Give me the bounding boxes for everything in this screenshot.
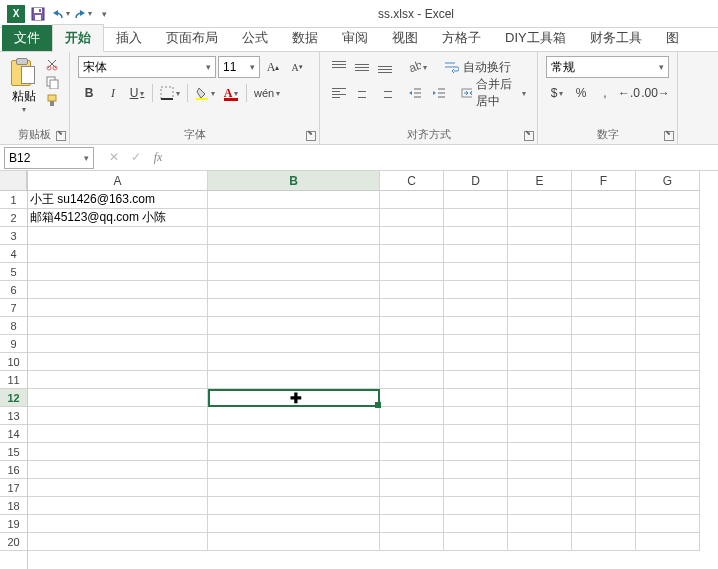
cell-A4[interactable]	[28, 245, 208, 263]
cell-A13[interactable]	[28, 407, 208, 425]
cell-G20[interactable]	[636, 533, 700, 551]
tab-review[interactable]: 审阅	[330, 25, 380, 51]
cell-C6[interactable]	[380, 281, 444, 299]
increase-font-icon[interactable]: A▴	[262, 56, 284, 78]
cell-A20[interactable]	[28, 533, 208, 551]
cell-A12[interactable]	[28, 389, 208, 407]
cell-D9[interactable]	[444, 335, 508, 353]
row-header-10[interactable]: 10	[0, 353, 27, 371]
cell-C2[interactable]	[380, 209, 444, 227]
cell-E9[interactable]	[508, 335, 572, 353]
underline-button[interactable]: U	[126, 82, 148, 104]
decrease-indent-icon[interactable]	[404, 82, 426, 104]
cell-F3[interactable]	[572, 227, 636, 245]
row-header-3[interactable]: 3	[0, 227, 27, 245]
row-header-18[interactable]: 18	[0, 497, 27, 515]
cell-A15[interactable]	[28, 443, 208, 461]
col-header-E[interactable]: E	[508, 171, 572, 191]
cell-F9[interactable]	[572, 335, 636, 353]
undo-icon[interactable]: ▾	[50, 4, 70, 24]
select-all-corner[interactable]	[0, 171, 27, 191]
col-header-F[interactable]: F	[572, 171, 636, 191]
cell-A5[interactable]	[28, 263, 208, 281]
tab-data[interactable]: 数据	[280, 25, 330, 51]
cell-B10[interactable]	[208, 353, 380, 371]
cell-E10[interactable]	[508, 353, 572, 371]
tab-image[interactable]: 图	[654, 25, 691, 51]
cell-C3[interactable]	[380, 227, 444, 245]
cell-D6[interactable]	[444, 281, 508, 299]
cell-C9[interactable]	[380, 335, 444, 353]
cell-E2[interactable]	[508, 209, 572, 227]
cell-G18[interactable]	[636, 497, 700, 515]
cell-E16[interactable]	[508, 461, 572, 479]
cell-D10[interactable]	[444, 353, 508, 371]
cell-E11[interactable]	[508, 371, 572, 389]
cell-A7[interactable]	[28, 299, 208, 317]
row-header-6[interactable]: 6	[0, 281, 27, 299]
cell-C8[interactable]	[380, 317, 444, 335]
row-header-16[interactable]: 16	[0, 461, 27, 479]
row-header-4[interactable]: 4	[0, 245, 27, 263]
cell-A14[interactable]	[28, 425, 208, 443]
cell-C20[interactable]	[380, 533, 444, 551]
cell-B2[interactable]	[208, 209, 380, 227]
comma-button[interactable]: ,	[594, 82, 616, 104]
cell-E8[interactable]	[508, 317, 572, 335]
fill-color-button[interactable]	[192, 82, 218, 104]
cell-E15[interactable]	[508, 443, 572, 461]
cell-C19[interactable]	[380, 515, 444, 533]
cell-D13[interactable]	[444, 407, 508, 425]
cell-D5[interactable]	[444, 263, 508, 281]
number-dialog-icon[interactable]	[664, 131, 674, 141]
align-middle-icon[interactable]	[351, 57, 373, 77]
cell-C14[interactable]	[380, 425, 444, 443]
cell-D1[interactable]	[444, 191, 508, 209]
cell-C13[interactable]	[380, 407, 444, 425]
increase-indent-icon[interactable]	[428, 82, 450, 104]
cell-F16[interactable]	[572, 461, 636, 479]
cell-D2[interactable]	[444, 209, 508, 227]
cell-C11[interactable]	[380, 371, 444, 389]
cell-E7[interactable]	[508, 299, 572, 317]
cell-F5[interactable]	[572, 263, 636, 281]
col-header-B[interactable]: B	[208, 171, 380, 191]
tab-view[interactable]: 视图	[380, 25, 430, 51]
row-header-8[interactable]: 8	[0, 317, 27, 335]
cell-E17[interactable]	[508, 479, 572, 497]
font-name-combo[interactable]: 宋体▾	[78, 56, 216, 78]
tab-insert[interactable]: 插入	[104, 25, 154, 51]
cell-F14[interactable]	[572, 425, 636, 443]
percent-button[interactable]: %	[570, 82, 592, 104]
save-icon[interactable]	[28, 4, 48, 24]
cell-F8[interactable]	[572, 317, 636, 335]
tab-file[interactable]: 文件	[2, 25, 52, 51]
cell-B14[interactable]	[208, 425, 380, 443]
align-top-icon[interactable]	[328, 57, 350, 77]
cell-B16[interactable]	[208, 461, 380, 479]
cell-F6[interactable]	[572, 281, 636, 299]
cell-A19[interactable]	[28, 515, 208, 533]
cell-D8[interactable]	[444, 317, 508, 335]
cell-B5[interactable]	[208, 263, 380, 281]
cell-B17[interactable]	[208, 479, 380, 497]
cell-F12[interactable]	[572, 389, 636, 407]
cell-A9[interactable]	[28, 335, 208, 353]
currency-button[interactable]: $	[546, 82, 568, 104]
row-header-11[interactable]: 11	[0, 371, 27, 389]
decrease-decimal-icon[interactable]: .00→	[642, 82, 669, 104]
cell-F11[interactable]	[572, 371, 636, 389]
cell-D15[interactable]	[444, 443, 508, 461]
cell-G19[interactable]	[636, 515, 700, 533]
cell-E19[interactable]	[508, 515, 572, 533]
cell-C7[interactable]	[380, 299, 444, 317]
fx-icon[interactable]: fx	[150, 150, 166, 165]
cell-E12[interactable]	[508, 389, 572, 407]
cell-D14[interactable]	[444, 425, 508, 443]
cell-C17[interactable]	[380, 479, 444, 497]
row-header-9[interactable]: 9	[0, 335, 27, 353]
cell-E5[interactable]	[508, 263, 572, 281]
cell-D4[interactable]	[444, 245, 508, 263]
cell-F7[interactable]	[572, 299, 636, 317]
cell-C15[interactable]	[380, 443, 444, 461]
